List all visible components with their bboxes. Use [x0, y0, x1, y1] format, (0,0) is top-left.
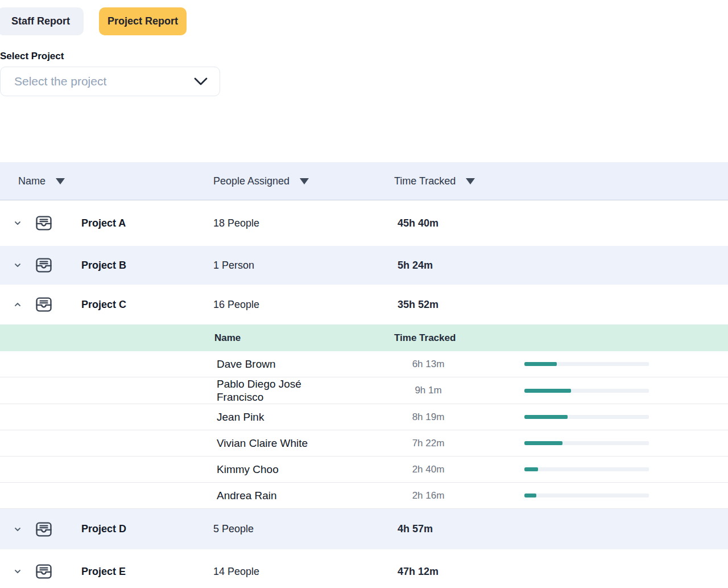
member-row: Andrea Rain 2h 16m — [0, 483, 728, 509]
people-assigned-value: 18 People — [213, 217, 394, 229]
table-body: Project A 18 People 45h 40m Project B 1 … — [0, 200, 728, 588]
people-assigned-value: 14 People — [213, 566, 394, 578]
project-row: Project B 1 Person 5h 24m — [0, 246, 728, 285]
member-time-tracked: 2h 16m — [394, 490, 462, 501]
archive-box-icon — [34, 295, 53, 314]
progress-track — [524, 467, 649, 471]
progress-fill — [524, 389, 571, 393]
people-assigned-value: 1 Person — [213, 260, 394, 272]
progress-fill — [524, 415, 568, 419]
sort-triangle-icon[interactable] — [466, 178, 475, 184]
archive-box-icon — [34, 213, 53, 233]
header-people-assigned[interactable]: People Assigned — [213, 175, 394, 187]
member-header-time: Time Tracked — [394, 332, 462, 344]
project-name: Project C — [81, 299, 126, 311]
project-name-cell: Project B — [0, 256, 213, 275]
header-name[interactable]: Name — [0, 175, 213, 187]
member-time-tracked: 2h 40m — [394, 464, 462, 475]
header-time-label: Time Tracked — [394, 175, 456, 187]
time-tracked-value: 45h 40m — [394, 217, 728, 229]
project-row: Project A 18 People 45h 40m — [0, 200, 728, 246]
member-name: Andrea Rain — [213, 489, 327, 502]
chevron-down-icon — [193, 77, 208, 86]
project-name: Project A — [81, 217, 126, 229]
header-people-label: People Assigned — [213, 175, 289, 187]
progress-bar — [524, 415, 649, 419]
people-assigned-value: 16 People — [213, 299, 394, 311]
progress-track — [524, 362, 649, 366]
progress-fill — [524, 494, 536, 497]
member-table-header: Name Time Tracked — [0, 324, 728, 351]
member-name: Vivian Claire White — [213, 437, 327, 450]
progress-bar — [524, 494, 649, 497]
progress-track — [524, 494, 649, 497]
header-time-tracked[interactable]: Time Tracked — [394, 175, 728, 187]
member-row: Jean Pink 8h 19m — [0, 404, 728, 430]
tab-project-report[interactable]: Project Report — [99, 7, 187, 35]
project-report-page: Staff Report Project Report Select Proje… — [0, 7, 728, 588]
table-header: Name People Assigned Time Tracked — [0, 162, 728, 200]
project-name-cell: Project D — [0, 520, 213, 539]
progress-fill — [524, 467, 538, 471]
project-name: Project E — [81, 566, 126, 578]
time-tracked-value: 4h 57m — [394, 523, 728, 535]
member-time-tracked: 9h 1m — [394, 385, 462, 396]
member-name: Kimmy Choo — [213, 463, 327, 476]
archive-box-icon — [34, 562, 53, 581]
member-header-name: Name — [213, 332, 394, 344]
member-row: Kimmy Choo 2h 40m — [0, 457, 728, 483]
archive-box-icon — [34, 256, 53, 275]
header-name-label: Name — [18, 175, 46, 187]
progress-track — [524, 389, 649, 393]
time-tracked-value: 5h 24m — [394, 260, 728, 272]
progress-track — [524, 441, 649, 445]
expand-chevron-icon[interactable] — [14, 219, 22, 227]
sort-triangle-icon[interactable] — [300, 178, 309, 184]
project-row: Project D 5 People 4h 57m — [0, 509, 728, 549]
progress-bar — [524, 362, 649, 366]
time-tracked-value: 35h 52m — [394, 299, 728, 311]
expand-chevron-icon[interactable] — [14, 261, 22, 269]
member-name: Pablo Diego José Francisco — [213, 377, 327, 404]
tab-staff-report[interactable]: Staff Report — [0, 7, 84, 35]
progress-bar — [524, 467, 649, 471]
member-time-tracked: 7h 22m — [394, 438, 462, 449]
project-row: Project E 14 People 47h 12m — [0, 549, 728, 588]
project-name-cell: Project E — [0, 562, 213, 581]
progress-track — [524, 415, 649, 419]
projects-table: Name People Assigned Time Tracked Projec… — [0, 162, 728, 588]
collapse-chevron-icon[interactable] — [14, 301, 22, 309]
project-select-placeholder: Select the project — [14, 75, 106, 88]
sort-triangle-icon[interactable] — [56, 178, 65, 184]
people-assigned-value: 5 People — [213, 523, 394, 535]
report-tabs: Staff Report Project Report — [0, 7, 728, 35]
progress-bar — [524, 389, 649, 393]
member-time-tracked: 8h 19m — [394, 412, 462, 423]
member-row: Vivian Claire White 7h 22m — [0, 430, 728, 457]
expand-chevron-icon[interactable] — [14, 568, 22, 575]
select-project-label: Select Project — [0, 51, 728, 62]
progress-bar — [524, 441, 649, 445]
expand-chevron-icon[interactable] — [14, 525, 22, 533]
project-select[interactable]: Select the project — [0, 67, 220, 96]
project-row: Project C 16 People 35h 52m — [0, 285, 728, 324]
project-name: Project B — [81, 260, 126, 272]
member-row: Dave Brown 6h 13m — [0, 351, 728, 377]
member-time-tracked: 6h 13m — [394, 359, 462, 370]
project-name: Project D — [81, 523, 126, 535]
project-name-cell: Project A — [0, 213, 213, 233]
member-name: Dave Brown — [213, 357, 327, 371]
project-name-cell: Project C — [0, 295, 213, 314]
time-tracked-value: 47h 12m — [394, 566, 728, 578]
member-name: Jean Pink — [213, 410, 327, 423]
archive-box-icon — [34, 520, 53, 539]
progress-fill — [524, 441, 562, 445]
progress-fill — [524, 362, 557, 366]
member-row: Pablo Diego José Francisco 9h 1m — [0, 377, 728, 404]
